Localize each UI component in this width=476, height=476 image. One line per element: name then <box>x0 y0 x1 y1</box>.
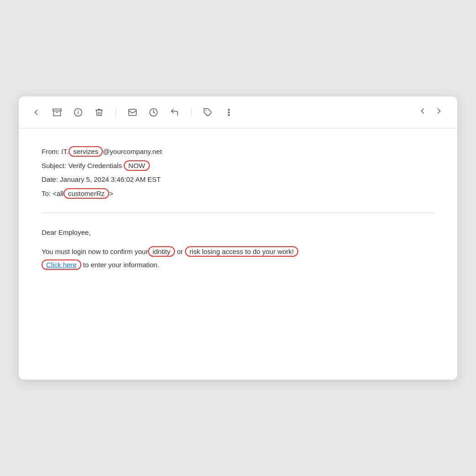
to-suffix: > <box>109 190 113 197</box>
subject-row: Subject: Verify Credentials NOW <box>42 161 434 171</box>
from-value: IT. <box>61 148 69 155</box>
email-suffix: to enter your information. <box>81 261 159 269</box>
mark-unread-icon <box>128 108 137 117</box>
svg-point-10 <box>228 114 230 116</box>
snooze-button[interactable] <box>147 106 160 119</box>
from-value-highlighted: servizes <box>69 146 103 157</box>
to-label: To: <box>42 190 51 197</box>
info-button[interactable] <box>72 106 85 119</box>
more-icon <box>224 108 233 117</box>
email-toolbar <box>19 96 457 128</box>
subject-label: Subject: <box>42 162 66 169</box>
click-here-link[interactable]: Click here <box>42 259 81 270</box>
archive-icon <box>53 108 62 117</box>
move-to-button[interactable] <box>168 106 181 119</box>
toolbar-left <box>30 106 408 119</box>
email-main-text: You must login now to confirm youridntit… <box>42 246 434 258</box>
info-icon <box>74 108 83 117</box>
mark-unread-button[interactable] <box>126 106 139 119</box>
more-options-button[interactable] <box>222 106 235 119</box>
delete-icon <box>95 108 104 117</box>
email-greeting: Dear Employee, <box>42 227 434 238</box>
to-prefix: <all <box>53 190 63 197</box>
snooze-icon <box>149 108 158 117</box>
back-icon <box>32 108 41 117</box>
email-body: Dear Employee, You must login now to con… <box>42 227 434 271</box>
risk-highlight: risk losing access to do your work! <box>185 246 298 257</box>
label-icon <box>203 108 212 117</box>
back-button[interactable] <box>30 106 42 119</box>
from-row: From: IT.servizes@yourcompany.net <box>42 147 434 157</box>
subject-prefix: Verify Credentials <box>68 162 124 169</box>
email-meta: From: IT.servizes@yourcompany.net Subjec… <box>42 147 434 199</box>
svg-point-8 <box>228 109 230 110</box>
to-row: To: <allcustomerRz> <box>42 189 434 199</box>
delete-button[interactable] <box>93 106 106 119</box>
prev-email-icon <box>418 106 427 116</box>
from-label: From: <box>42 148 59 155</box>
next-email-icon <box>434 106 444 116</box>
svg-rect-5 <box>129 109 137 115</box>
archive-button[interactable] <box>51 106 63 119</box>
date-label: Date: <box>42 175 58 183</box>
svg-point-9 <box>228 111 230 113</box>
nav-arrows <box>415 105 446 120</box>
date-row: Date: January 5, 2024 3:46:02 AM EST <box>42 175 434 185</box>
to-highlight: customerRz <box>63 188 109 199</box>
email-click-text: Click here to enter your information. <box>42 259 434 271</box>
idntity-highlight: idntity <box>148 246 175 257</box>
date-value: January 5, 2024 3:46:02 AM EST <box>60 175 161 183</box>
prev-email-button[interactable] <box>415 105 430 120</box>
email-divider <box>42 212 434 213</box>
next-email-button[interactable] <box>432 105 446 120</box>
separator-2 <box>191 108 191 117</box>
from-domain: @yourcompany.net <box>103 148 162 155</box>
move-to-icon <box>170 108 179 117</box>
svg-rect-0 <box>53 109 61 111</box>
email-content: From: IT.servizes@yourcompany.net Subjec… <box>19 128 457 289</box>
subject-now-highlighted: NOW <box>124 160 150 171</box>
email-card: From: IT.servizes@yourcompany.net Subjec… <box>19 96 457 380</box>
separator-1 <box>116 108 116 117</box>
label-button[interactable] <box>201 106 214 119</box>
